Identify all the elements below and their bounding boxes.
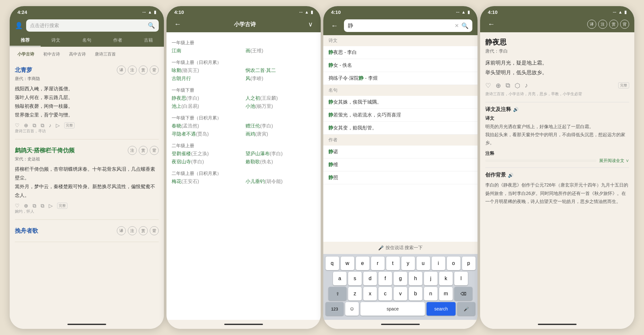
tab-poetry[interactable]: 诗文 — [41, 35, 72, 46]
add-icon-2[interactable]: ⊕ — [24, 203, 28, 209]
poem-title-2[interactable]: 鹧鸪天·搭柳栏干倚仂频 — [15, 147, 75, 154]
key-v[interactable]: v — [394, 287, 407, 300]
search-box-1[interactable]: 点击进行搜索 🔍 — [26, 19, 159, 32]
recite-btn-3[interactable]: 背 — [150, 226, 159, 235]
translate-btn-3[interactable]: 译 — [117, 226, 126, 235]
key-w[interactable]: w — [341, 257, 354, 270]
share-icon-2[interactable]: ⧉ — [33, 203, 36, 209]
back-button-3[interactable]: ← — [328, 21, 341, 31]
key-g[interactable]: g — [394, 272, 407, 285]
like-icon-detail[interactable]: ♡ — [485, 82, 491, 89]
tab-author[interactable]: 作者 — [102, 35, 133, 46]
key-z[interactable]: z — [348, 287, 362, 300]
sub-tab-elem[interactable]: 小学古诗 — [15, 50, 37, 58]
result-item-5[interactable]: 静若萤光，动若流水，尖巧而喜淫 — [323, 109, 478, 122]
list-link-jiangnan[interactable]: 江南 — [172, 48, 242, 54]
copy-icon-1[interactable]: ⧉ — [41, 123, 44, 128]
key-u[interactable]: u — [417, 257, 430, 270]
nav-appreciate-btn[interactable]: 赏 — [609, 20, 618, 29]
annotate-btn-2[interactable]: 注 — [128, 146, 137, 155]
key-i[interactable]: i — [432, 257, 445, 270]
list-link-feng[interactable]: 风(李峤) — [246, 76, 316, 82]
key-space[interactable]: space — [360, 302, 425, 316]
result-item-7[interactable]: 静诺 — [323, 146, 478, 158]
list-link-xun[interactable]: 寻隐者不遇(贾岛) — [172, 131, 242, 137]
key-x[interactable]: x — [363, 287, 377, 300]
trans-sound-icon[interactable]: 🔊 — [513, 107, 518, 112]
key-y[interactable]: y — [401, 257, 415, 270]
back-button-4[interactable]: ← — [485, 19, 498, 29]
key-123[interactable]: 123 — [326, 302, 344, 316]
wan-badge-1[interactable]: 完整 — [64, 122, 75, 128]
copy-icon-2[interactable]: ⧉ — [41, 203, 44, 209]
nav-annotate-btn[interactable]: 注 — [598, 20, 607, 29]
key-s[interactable]: s — [348, 272, 362, 285]
poem-title-3[interactable]: 挽舟者歌 — [15, 227, 38, 235]
search-icon-1[interactable]: 🔍 — [148, 22, 155, 29]
annotate-btn-3[interactable]: 注 — [128, 226, 137, 235]
list-link-renzhi[interactable]: 人之初(王应麟) — [246, 95, 316, 101]
key-n[interactable]: n — [424, 287, 438, 300]
key-t[interactable]: t — [386, 257, 400, 270]
translate-btn-1[interactable]: 译 — [117, 66, 126, 75]
appreciate-btn-1[interactable]: 赏 — [139, 66, 148, 75]
list-link-wang[interactable]: 望庐山瀑布(李白) — [246, 151, 316, 157]
list-link-hua[interactable]: 画(王维) — [246, 48, 316, 54]
result-item-8[interactable]: 静维 — [323, 158, 478, 171]
sub-tab-tang300[interactable]: 唐诗三百首 — [92, 50, 118, 58]
key-r[interactable]: r — [371, 257, 385, 270]
bg-sound-icon[interactable]: 🔊 — [508, 173, 513, 178]
list-link-yeshu[interactable]: 夜宿山寺(李白) — [172, 159, 242, 165]
result-item-4[interactable]: 静女其姝，俟我于城隅。 — [323, 96, 478, 109]
list-link-gu[interactable]: 古朗月行 — [172, 76, 242, 82]
clear-icon-3[interactable]: ✕ — [455, 23, 459, 29]
key-h[interactable]: h — [409, 272, 422, 285]
share-icon-detail[interactable]: ⧉ — [506, 82, 510, 89]
key-q[interactable]: q — [326, 257, 339, 270]
like-icon-1[interactable]: ♡ — [15, 122, 19, 128]
key-e[interactable]: e — [356, 257, 369, 270]
tab-classics[interactable]: 古籍 — [133, 35, 164, 46]
key-m[interactable]: m — [439, 287, 453, 300]
result-item-2[interactable]: 静女 - 佚名 — [323, 59, 478, 72]
list-link-huaji[interactable]: 画鸡(唐寅) — [246, 131, 316, 137]
annotate-btn-1[interactable]: 注 — [128, 66, 137, 75]
result-item-6[interactable]: 静女其变，贻我彤管。 — [323, 122, 478, 135]
list-link-xiao[interactable]: 小儿垂钓(胡令能) — [246, 178, 316, 185]
search-icon-3[interactable]: 🔍 — [461, 22, 468, 29]
list-link-chishang[interactable]: 池上(白居易) — [172, 103, 242, 109]
key-f[interactable]: f — [378, 272, 392, 285]
play-icon-2[interactable]: ▷ — [49, 203, 53, 209]
key-shift[interactable]: ⇧ — [328, 287, 347, 300]
audio-icon-1[interactable]: ♪ — [49, 123, 51, 128]
key-emoji[interactable]: ☺ — [345, 302, 359, 316]
tab-recommend[interactable]: 推荐 — [10, 35, 41, 46]
recite-btn-2[interactable]: 背 — [150, 146, 159, 155]
key-delete[interactable]: ⌫ — [454, 287, 472, 300]
key-mic[interactable]: 🎤 — [457, 302, 475, 316]
list-link-chile[interactable]: 敕勒歌(佚名) — [246, 159, 316, 165]
nav-recite-btn[interactable]: 背 — [620, 20, 629, 29]
nav-translate-btn[interactable]: 译 — [587, 20, 596, 29]
expand-link[interactable]: 展开阅读全文 ∨ — [599, 158, 629, 164]
add-icon-1[interactable]: ⊕ — [24, 122, 28, 128]
list-link-mei[interactable]: 梅花(王安石) — [172, 178, 242, 185]
list-link-deng[interactable]: 登鹳雀楼(王之涣) — [172, 151, 242, 157]
dropdown-btn-2[interactable]: ∨ — [306, 20, 316, 29]
list-link-zeng[interactable]: 赠汪伦(李白) — [246, 123, 316, 129]
key-k[interactable]: k — [439, 272, 453, 285]
key-c[interactable]: c — [378, 287, 392, 300]
like-icon-2[interactable]: ♡ — [15, 203, 19, 209]
key-search[interactable]: search — [427, 302, 456, 316]
key-l[interactable]: l — [454, 272, 468, 285]
wan-badge-detail[interactable]: 完整 — [618, 82, 629, 88]
recite-btn-1[interactable]: 背 — [150, 66, 159, 75]
add-icon-detail[interactable]: ⊕ — [496, 82, 501, 89]
search-query-3[interactable]: 静 — [348, 22, 452, 29]
poem-title-1[interactable]: 北青萝 — [15, 66, 32, 74]
copy-icon-detail[interactable]: ⬡ — [515, 82, 520, 89]
list-link-yong[interactable]: 咏鹅(骆宾王) — [172, 67, 242, 74]
list-link-min[interactable]: 悯农二首·其二 — [246, 67, 316, 74]
result-item-1[interactable]: 静夜思 - 李白 — [323, 46, 478, 59]
key-o[interactable]: o — [447, 257, 460, 270]
